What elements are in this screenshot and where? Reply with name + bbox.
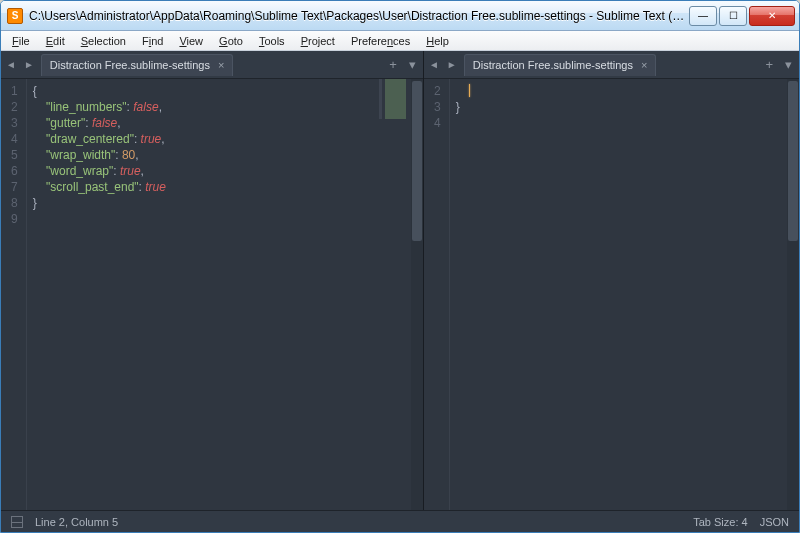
left-scrollbar-thumb[interactable] bbox=[412, 81, 422, 241]
line-number: 6 bbox=[11, 163, 18, 179]
menu-find[interactable]: Find bbox=[135, 33, 170, 49]
menu-selection[interactable]: Selection bbox=[74, 33, 133, 49]
window-title: C:\Users\Administrator\AppData\Roaming\S… bbox=[29, 9, 689, 23]
right-tab[interactable]: Distraction Free.sublime-settings × bbox=[464, 54, 657, 76]
statusbar: Line 2, Column 5 Tab Size: 4 JSON bbox=[1, 510, 799, 532]
line-number: 1 bbox=[11, 83, 18, 99]
menu-goto[interactable]: Goto bbox=[212, 33, 250, 49]
titlebar[interactable]: S C:\Users\Administrator\AppData\Roaming… bbox=[1, 1, 799, 31]
left-tabrow: ◄ ► Distraction Free.sublime-settings × … bbox=[1, 51, 423, 79]
nav-forward-icon[interactable]: ► bbox=[446, 59, 458, 70]
line-number: 2 bbox=[434, 83, 441, 99]
menu-tools[interactable]: Tools bbox=[252, 33, 292, 49]
tab-size-indicator[interactable]: Tab Size: 4 bbox=[693, 516, 747, 528]
left-tab[interactable]: Distraction Free.sublime-settings × bbox=[41, 54, 234, 76]
right-tabrow: ◄ ► Distraction Free.sublime-settings × … bbox=[424, 51, 799, 79]
line-number: 7 bbox=[11, 179, 18, 195]
line-number: 3 bbox=[434, 99, 441, 115]
close-icon[interactable]: × bbox=[641, 59, 647, 71]
left-code[interactable]: { "line_numbers": false, "gutter": false… bbox=[27, 79, 423, 510]
text-cursor bbox=[469, 84, 470, 97]
right-code[interactable]: } bbox=[450, 79, 799, 510]
left-scrollbar[interactable] bbox=[411, 79, 423, 510]
right-gutter: 2 3 4 bbox=[424, 79, 450, 510]
panel-switcher-icon[interactable] bbox=[11, 516, 23, 528]
right-tab-label: Distraction Free.sublime-settings bbox=[473, 59, 633, 71]
new-tab-button[interactable]: + bbox=[762, 57, 776, 72]
left-tab-label: Distraction Free.sublime-settings bbox=[50, 59, 210, 71]
window-buttons: — ☐ ✕ bbox=[689, 6, 795, 26]
line-number: 2 bbox=[11, 99, 18, 115]
menu-file[interactable]: File bbox=[5, 33, 37, 49]
new-tab-button[interactable]: + bbox=[386, 57, 400, 72]
nav-back-icon[interactable]: ◄ bbox=[5, 59, 17, 70]
line-number: 4 bbox=[11, 131, 18, 147]
line-number: 9 bbox=[11, 211, 18, 227]
right-pane: ◄ ► Distraction Free.sublime-settings × … bbox=[424, 51, 799, 510]
nav-forward-icon[interactable]: ► bbox=[23, 59, 35, 70]
editor-area: ◄ ► Distraction Free.sublime-settings × … bbox=[1, 51, 799, 510]
menu-file-rest: ile bbox=[19, 35, 30, 47]
cursor-position[interactable]: Line 2, Column 5 bbox=[35, 516, 118, 528]
right-editor[interactable]: 2 3 4 } bbox=[424, 79, 799, 510]
brace-close: } bbox=[33, 196, 37, 210]
menu-help[interactable]: Help bbox=[419, 33, 456, 49]
left-pane: ◄ ► Distraction Free.sublime-settings × … bbox=[1, 51, 424, 510]
line-number: 8 bbox=[11, 195, 18, 211]
menubar: File Edit Selection Find View Goto Tools… bbox=[1, 31, 799, 51]
line-number: 3 bbox=[11, 115, 18, 131]
brace-open: { bbox=[33, 84, 37, 98]
nav-back-icon[interactable]: ◄ bbox=[428, 59, 440, 70]
line-number: 4 bbox=[434, 115, 441, 131]
minimap[interactable] bbox=[379, 79, 409, 119]
maximize-button[interactable]: ☐ bbox=[719, 6, 747, 26]
syntax-indicator[interactable]: JSON bbox=[760, 516, 789, 528]
tab-menu-button[interactable]: ▾ bbox=[782, 57, 795, 72]
close-icon[interactable]: × bbox=[218, 59, 224, 71]
close-button[interactable]: ✕ bbox=[749, 6, 795, 26]
brace-close: } bbox=[456, 100, 460, 114]
menu-view[interactable]: View bbox=[172, 33, 210, 49]
tab-menu-button[interactable]: ▾ bbox=[406, 57, 419, 72]
right-scrollbar[interactable] bbox=[787, 79, 799, 510]
menu-project[interactable]: Project bbox=[294, 33, 342, 49]
app-icon: S bbox=[7, 8, 23, 24]
menu-edit[interactable]: Edit bbox=[39, 33, 72, 49]
app-window: S C:\Users\Administrator\AppData\Roaming… bbox=[0, 0, 800, 533]
menu-preferences[interactable]: Preferences bbox=[344, 33, 417, 49]
minimize-button[interactable]: — bbox=[689, 6, 717, 26]
left-editor[interactable]: 1 2 3 4 5 6 7 8 9 { "line_numbers": fals… bbox=[1, 79, 423, 510]
line-number: 5 bbox=[11, 147, 18, 163]
left-gutter: 1 2 3 4 5 6 7 8 9 bbox=[1, 79, 27, 510]
right-scrollbar-thumb[interactable] bbox=[788, 81, 798, 241]
